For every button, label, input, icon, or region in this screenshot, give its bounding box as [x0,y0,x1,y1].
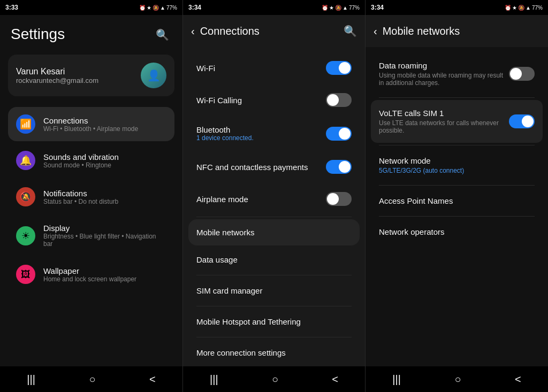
search-icon[interactable]: 🔍 [153,26,172,44]
settings-title: Settings [11,26,65,43]
airplane-label: Airplane mode [196,195,248,204]
status-icons-middle: ⏰ ★ 🔕 ▲ 77% [322,5,360,11]
wifi-item[interactable]: Wi-Fi [188,52,360,83]
wallpaper-text: Wallpaper Home and lock screen wallpaper [43,266,136,283]
wifi-label: Wi-Fi [196,64,215,73]
divider-3 [196,306,352,306]
middle-panel: 3:34 ⏰ ★ 🔕 ▲ 77% ‹ Connections 🔍 Wi-Fi W… [182,0,365,392]
data-roaming-label: Data roaming [379,61,509,70]
display-icon: ☀ [16,226,35,245]
user-name: Varun Kesari [16,67,98,76]
apn-label: Access Point Names [379,196,535,205]
sounds-sub: Sound mode • Ringtone [43,162,119,169]
nav-home-left[interactable]: ○ [78,369,106,390]
avatar: 👤 [141,63,166,88]
volte-toggle[interactable] [509,114,535,128]
nav-bar-right: ||| ○ < [366,366,548,392]
bluetooth-label: Bluetooth 1 device connected. [196,125,254,142]
notifications-icon: 🔕 [16,187,35,206]
connections-text: Connections Wi-Fi • Bluetooth • Airplane… [43,116,138,133]
sidebar-item-display[interactable]: ☀ Display Brightness • Blue light filter… [8,216,174,255]
sounds-label: Sounds and vibration [43,152,119,162]
airplane-toggle[interactable] [326,192,352,206]
battery-right: 77% [532,5,543,11]
status-icons-left: ⏰ ★ 🔕 ▲ 77% [139,5,177,11]
connections-title: Connections [200,25,260,37]
nav-back-right[interactable]: < [504,369,532,390]
status-icons-right: ⏰ ★ 🔕 ▲ 77% [505,5,543,11]
sidebar-item-sounds[interactable]: 🔔 Sounds and vibration Sound mode • Ring… [8,143,174,178]
apn-item[interactable]: Access Point Names [371,188,543,214]
sound-icon-r: 🔕 [518,5,524,11]
nav-recent-middle[interactable]: ||| [199,369,229,390]
alarm-icon-m: ⏰ [322,5,328,11]
nav-recent-left[interactable]: ||| [16,369,46,390]
nav-home-right[interactable]: ○ [444,369,471,390]
hotspot-item[interactable]: Mobile Hotspot and Tethering [188,309,360,335]
display-sub: Brightness • Blue light filter • Navigat… [43,233,166,248]
status-bar-middle: 3:34 ⏰ ★ 🔕 ▲ 77% [183,0,365,15]
header-left: ‹ Connections [191,25,260,37]
wallpaper-sub: Home and lock screen wallpaper [43,275,136,283]
network-mode-sub: 5G/LTE/3G/2G (auto connect) [379,167,535,174]
mobile-networks-list: Data roaming Using mobile data while roa… [366,47,548,366]
divider-4 [196,337,352,337]
right-header-left: ‹ Mobile networks [374,25,460,37]
display-label: Display [43,224,166,233]
nav-back-left[interactable]: < [139,369,166,390]
more-settings-item[interactable]: More connection settings [188,340,360,366]
back-button-middle[interactable]: ‹ [191,25,195,37]
volte-label: VoLTE calls SIM 1 [379,109,509,118]
wifi-toggle[interactable] [326,61,352,75]
network-operators-item[interactable]: Network operators [371,219,543,245]
notifications-label: Notifications [43,189,118,198]
bt-icon: ★ [147,5,151,11]
back-button-right[interactable]: ‹ [374,25,377,37]
wifi-calling-item[interactable]: Wi-Fi Calling [188,84,360,116]
divider-r1 [379,97,535,98]
data-usage-item[interactable]: Data usage [188,247,360,273]
left-header: Settings 🔍 [0,15,182,49]
search-icon-middle[interactable]: 🔍 [344,25,357,37]
sidebar-item-notifications[interactable]: 🔕 Notifications Status bar • Do not dist… [8,180,174,214]
mobile-networks-title: Mobile networks [383,25,460,37]
bluetooth-toggle[interactable] [326,127,352,141]
nav-recent-right[interactable]: ||| [382,369,412,390]
nfc-toggle[interactable] [326,160,352,174]
sidebar-item-connections[interactable]: 📶 Connections Wi-Fi • Bluetooth • Airpla… [8,107,174,141]
data-roaming-row: Data roaming Using mobile data while roa… [379,61,535,87]
sidebar-item-wallpaper[interactable]: 🖼 Wallpaper Home and lock screen wallpap… [8,257,174,291]
wifi-calling-toggle[interactable] [326,93,352,107]
notifications-sub: Status bar • Do not disturb [43,198,118,205]
volte-item[interactable]: VoLTE calls SIM 1 Use LTE data networks … [371,100,543,143]
bluetooth-item[interactable]: Bluetooth 1 device connected. [188,117,360,150]
sim-card-item[interactable]: SIM card manager [188,278,360,304]
time-right: 3:34 [371,4,384,11]
user-profile[interactable]: Varun Kesari rockvaruntech@gmail.com 👤 [8,55,174,96]
divider-r3 [379,185,535,186]
mobile-networks-item[interactable]: Mobile networks [188,219,360,245]
network-mode-item[interactable]: Network mode 5G/LTE/3G/2G (auto connect) [371,148,543,183]
wifi-icon-r: ▲ [526,5,531,11]
connections-label: Connections [43,116,138,125]
time-left: 3:33 [5,4,18,11]
volte-sub: Use LTE data networks for calls whenever… [379,119,509,134]
divider-r2 [379,145,535,145]
nav-home-middle[interactable]: ○ [261,369,289,390]
data-roaming-item[interactable]: Data roaming Using mobile data while roa… [371,52,543,95]
mobile-networks-header: ‹ Mobile networks [366,15,548,47]
alarm-icon-r: ⏰ [505,5,511,11]
data-roaming-toggle[interactable] [509,67,535,81]
sounds-text: Sounds and vibration Sound mode • Ringto… [43,152,119,169]
status-bar-right: 3:34 ⏰ ★ 🔕 ▲ 77% [366,0,548,15]
divider-2 [196,275,352,275]
volte-row: VoLTE calls SIM 1 Use LTE data networks … [379,109,535,134]
nav-back-middle[interactable]: < [321,369,349,390]
sound-icon-m: 🔕 [335,5,341,11]
divider-1 [196,217,352,217]
airplane-item[interactable]: Airplane mode [188,183,360,214]
connections-list: Wi-Fi Wi-Fi Calling Bluetooth 1 device c… [183,47,365,366]
time-middle: 3:34 [188,4,201,11]
nfc-item[interactable]: NFC and contactless payments [188,151,360,182]
user-info: Varun Kesari rockvaruntech@gmail.com [16,67,98,84]
